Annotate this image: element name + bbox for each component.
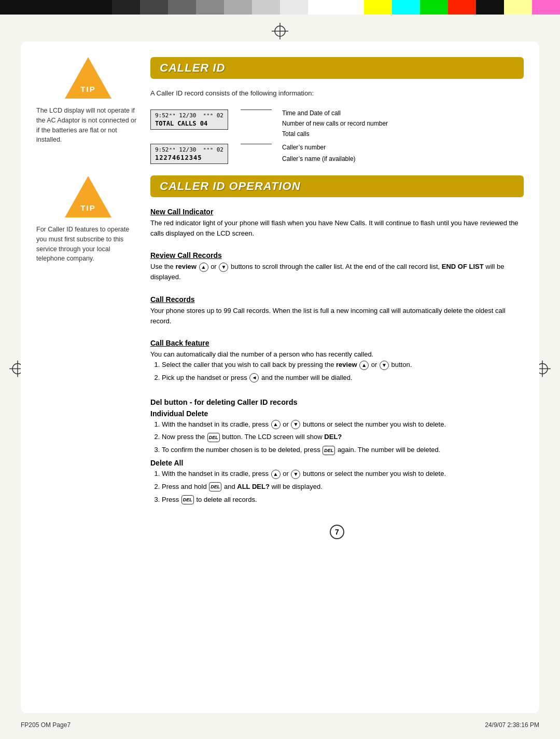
tip-triangle-2: TIP <box>65 176 111 217</box>
lcd2-number: 12274612345 <box>155 154 202 161</box>
del-btn: DEL <box>207 433 220 442</box>
crosshair-top <box>272 23 288 41</box>
lcd-section: 9:52ᵃᵃ 12/30 ᵃᵃᵃ 02 TOTAL CALLS 04 <box>150 110 524 164</box>
page-number-area: 7 <box>150 525 524 539</box>
footer-left: FP205 OM Page7 <box>21 721 71 729</box>
individual-delete-title: Individual Delete <box>150 409 524 418</box>
up-btn-4: ▲ <box>271 470 281 479</box>
lcd-row-2: 9:52ᵃᵃ 12/30 ᵃᵃᵃ 02 12274612345 Caller’s <box>150 144 524 164</box>
page-content: TIP The LCD display will not operate if … <box>21 42 539 713</box>
down-btn: ▼ <box>219 263 228 272</box>
call-records-body: Your phone stores up to 99 Call records.… <box>150 306 524 326</box>
lcd1-callnum: ᵃᵃᵃ 02 <box>203 112 223 119</box>
call-back-intro: You can automatically dial the number of… <box>150 349 524 360</box>
tip-label-2: TIP <box>80 203 95 212</box>
del-title: Del button - for deleting Caller ID reco… <box>150 398 524 406</box>
delete-all-list: With the handset in its cradle, press ▲ … <box>162 469 524 505</box>
del-btn-2: DEL <box>323 446 335 455</box>
page-number-circle: 7 <box>330 525 344 539</box>
footer-right: 24/9/07 2:38:16 PM <box>485 721 539 729</box>
intro-text: A Caller ID record consists of the follo… <box>150 89 524 97</box>
lcd1-line3-text: Total calls <box>282 130 310 138</box>
caller-id-operation-title: CALLER ID OPERATION <box>160 180 301 193</box>
color-bar <box>0 0 560 15</box>
tip-caption-1: The LCD display will not operate if the … <box>36 106 140 145</box>
lcd1-label-row2: Number of new calls or record number <box>282 120 388 127</box>
new-call-title: New Call Indicator <box>150 208 524 216</box>
call-back-title: Call Back feature <box>150 339 524 347</box>
call-back-step2: Pick up the handset or press ◄ and the n… <box>162 373 524 384</box>
tip-caption-2: For Caller ID features to operate you mu… <box>36 225 140 264</box>
lcd2-line2-text: Caller’s name (if available) <box>282 155 356 162</box>
call-back-step1: Select the caller that you wish to call … <box>162 360 524 371</box>
da-step3: Press DEL to delete all records. <box>162 495 524 505</box>
footer: FP205 OM Page7 24/9/07 2:38:16 PM <box>21 721 539 729</box>
del-btn-4: DEL <box>181 495 194 504</box>
main-content: CALLER ID A Caller ID record consists of… <box>150 57 524 697</box>
lcd-row-1: 9:52ᵃᵃ 12/30 ᵃᵃᵃ 02 TOTAL CALLS 04 <box>150 110 524 138</box>
tip-triangle-1: TIP <box>65 57 111 99</box>
up-btn-2: ▲ <box>359 361 369 370</box>
tip-label-1: TIP <box>80 85 95 93</box>
tip-box-1: TIP The LCD display will not operate if … <box>36 57 140 145</box>
lcd-display-2: 9:52ᵃᵃ 12/30 ᵃᵃᵃ 02 12274612345 <box>150 144 228 164</box>
lcd1-label-row1: Time and Date of call <box>282 110 388 117</box>
da-step2: Press and hold DEL and ALL DEL? will be … <box>162 482 524 492</box>
ind-step1: With the handset in its cradle, press ▲ … <box>162 419 524 430</box>
lcd1-time: 9:52ᵃᵃ 12/30 <box>155 112 196 119</box>
dial-btn: ◄ <box>249 373 259 382</box>
individual-delete-list: With the handset in its cradle, press ▲ … <box>162 419 524 456</box>
caller-id-operation-banner: CALLER ID OPERATION <box>150 175 524 197</box>
review-call-body: Use the review ▲ or ▼ buttons to scroll … <box>150 262 524 282</box>
down-btn-4: ▼ <box>291 470 300 479</box>
up-btn: ▲ <box>199 263 208 272</box>
tip-box-2: TIP For Caller ID features to operate yo… <box>36 176 140 264</box>
delete-all-title: Delete All <box>150 459 524 467</box>
call-back-list: Select the caller that you wish to call … <box>162 360 524 384</box>
down-btn-2: ▼ <box>380 361 389 370</box>
caller-id-title: CALLER ID <box>160 61 225 74</box>
ind-step3: To confirm the number chosen is to be de… <box>162 445 524 456</box>
lcd1-line1-text: Time and Date of call <box>282 110 341 117</box>
call-records-section: Call Records Your phone stores up to 99 … <box>150 295 524 326</box>
page-number-text: 7 <box>335 528 339 536</box>
new-call-indicator-section: New Call Indicator The red indicator lig… <box>150 208 524 239</box>
lcd2-callnum: ᵃᵃᵃ 02 <box>203 146 223 153</box>
new-call-body: The red indicator light of your phone wi… <box>150 218 524 239</box>
end-of-list: END OF LIST <box>442 263 484 270</box>
lcd2-line1-text: Caller’s number <box>282 144 356 151</box>
lcd1-total: TOTAL CALLS 04 <box>155 120 207 127</box>
up-btn-3: ▲ <box>271 420 281 429</box>
call-records-title: Call Records <box>150 295 524 304</box>
lcd2-time: 9:52ᵃᵃ 12/30 <box>155 146 196 153</box>
ind-step2: Now press the DEL button. The LCD screen… <box>162 432 524 443</box>
review-call-records-section: Review Call Records Use the review ▲ or … <box>150 251 524 282</box>
lcd1-label-row3: Total calls <box>282 130 388 138</box>
del-btn-3: DEL <box>209 482 221 491</box>
caller-id-banner: CALLER ID <box>150 57 524 79</box>
da-step1: With the handset in its cradle, press ▲ … <box>162 469 524 480</box>
del-section: Del button - for deleting Caller ID reco… <box>150 398 524 508</box>
lcd-display-1: 9:52ᵃᵃ 12/30 ᵃᵃᵃ 02 TOTAL CALLS 04 <box>150 110 228 130</box>
call-back-section: Call Back feature You can automatically … <box>150 339 524 386</box>
review-call-title: Review Call Records <box>150 251 524 259</box>
sidebar: TIP The LCD display will not operate if … <box>36 57 140 697</box>
lcd1-line2-text: Number of new calls or record number <box>282 120 388 127</box>
down-btn-3: ▼ <box>291 420 300 429</box>
review-bold: review <box>175 263 196 270</box>
